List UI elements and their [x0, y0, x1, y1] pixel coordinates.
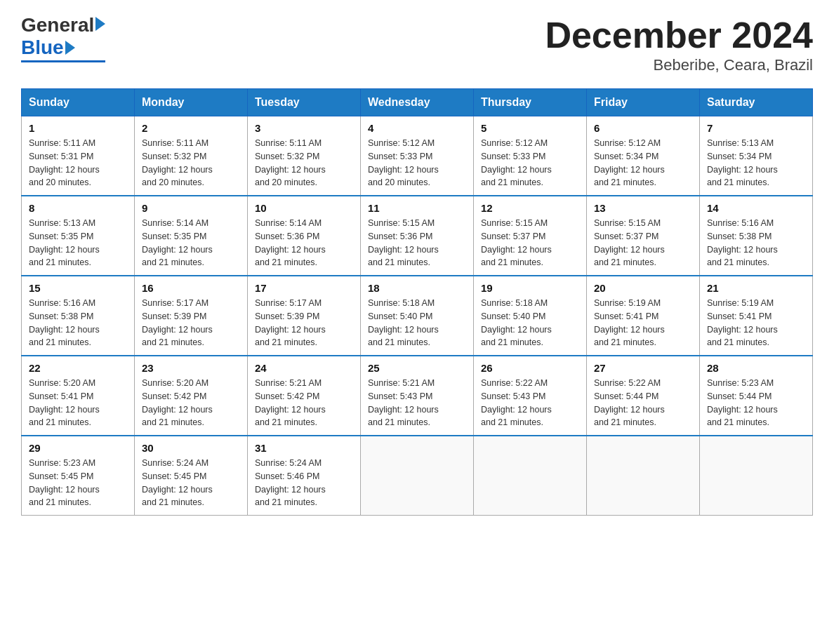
- day-number: 20: [594, 282, 692, 294]
- day-cell-17: 17Sunrise: 5:17 AMSunset: 5:39 PMDayligh…: [248, 276, 361, 356]
- week-row-4: 22Sunrise: 5:20 AMSunset: 5:41 PMDayligh…: [22, 356, 813, 436]
- day-info: Sunrise: 5:23 AMSunset: 5:44 PMDaylight:…: [707, 377, 805, 429]
- day-info: Sunrise: 5:19 AMSunset: 5:41 PMDaylight:…: [594, 297, 692, 349]
- logo-triangle2-icon: [65, 41, 75, 55]
- day-cell-23: 23Sunrise: 5:20 AMSunset: 5:42 PMDayligh…: [135, 356, 248, 436]
- day-cell-3: 3Sunrise: 5:11 AMSunset: 5:32 PMDaylight…: [248, 116, 361, 196]
- day-cell-31: 31Sunrise: 5:24 AMSunset: 5:46 PMDayligh…: [248, 436, 361, 516]
- logo-underline: [21, 60, 105, 62]
- day-cell-27: 27Sunrise: 5:22 AMSunset: 5:44 PMDayligh…: [587, 356, 700, 436]
- day-number: 28: [707, 362, 805, 374]
- day-info: Sunrise: 5:20 AMSunset: 5:41 PMDaylight:…: [29, 377, 127, 429]
- day-info: Sunrise: 5:15 AMSunset: 5:37 PMDaylight:…: [594, 217, 692, 269]
- day-info: Sunrise: 5:13 AMSunset: 5:35 PMDaylight:…: [29, 217, 127, 269]
- day-number: 16: [142, 282, 240, 294]
- day-cell-2: 2Sunrise: 5:11 AMSunset: 5:32 PMDaylight…: [135, 116, 248, 196]
- logo-general-text: General: [21, 14, 94, 36]
- day-info: Sunrise: 5:11 AMSunset: 5:31 PMDaylight:…: [29, 137, 127, 189]
- day-number: 10: [255, 202, 353, 214]
- week-row-2: 8Sunrise: 5:13 AMSunset: 5:35 PMDaylight…: [22, 196, 813, 276]
- day-info: Sunrise: 5:22 AMSunset: 5:43 PMDaylight:…: [481, 377, 579, 429]
- day-cell-24: 24Sunrise: 5:21 AMSunset: 5:42 PMDayligh…: [248, 356, 361, 436]
- day-cell-30: 30Sunrise: 5:24 AMSunset: 5:45 PMDayligh…: [135, 436, 248, 516]
- day-number: 24: [255, 362, 353, 374]
- column-header-wednesday: Wednesday: [361, 89, 474, 116]
- day-number: 4: [368, 122, 466, 134]
- day-info: Sunrise: 5:16 AMSunset: 5:38 PMDaylight:…: [29, 297, 127, 349]
- day-number: 30: [142, 442, 240, 454]
- day-cell-16: 16Sunrise: 5:17 AMSunset: 5:39 PMDayligh…: [135, 276, 248, 356]
- day-info: Sunrise: 5:18 AMSunset: 5:40 PMDaylight:…: [481, 297, 579, 349]
- month-title: December 2024: [545, 14, 813, 56]
- day-cell-1: 1Sunrise: 5:11 AMSunset: 5:31 PMDaylight…: [22, 116, 135, 196]
- day-number: 19: [481, 282, 579, 294]
- day-number: 5: [481, 122, 579, 134]
- week-row-5: 29Sunrise: 5:23 AMSunset: 5:45 PMDayligh…: [22, 436, 813, 516]
- day-cell-20: 20Sunrise: 5:19 AMSunset: 5:41 PMDayligh…: [587, 276, 700, 356]
- day-info: Sunrise: 5:24 AMSunset: 5:45 PMDaylight:…: [142, 457, 240, 509]
- day-info: Sunrise: 5:24 AMSunset: 5:46 PMDaylight:…: [255, 457, 353, 509]
- day-number: 6: [594, 122, 692, 134]
- day-info: Sunrise: 5:12 AMSunset: 5:33 PMDaylight:…: [481, 137, 579, 189]
- day-cell-18: 18Sunrise: 5:18 AMSunset: 5:40 PMDayligh…: [361, 276, 474, 356]
- logo-text: General: [21, 14, 105, 36]
- empty-cell: [700, 436, 813, 516]
- calendar-table: SundayMondayTuesdayWednesdayThursdayFrid…: [21, 88, 813, 516]
- column-header-sunday: Sunday: [22, 89, 135, 116]
- day-info: Sunrise: 5:20 AMSunset: 5:42 PMDaylight:…: [142, 377, 240, 429]
- day-cell-10: 10Sunrise: 5:14 AMSunset: 5:36 PMDayligh…: [248, 196, 361, 276]
- day-number: 26: [481, 362, 579, 374]
- day-cell-5: 5Sunrise: 5:12 AMSunset: 5:33 PMDaylight…: [474, 116, 587, 196]
- empty-cell: [361, 436, 474, 516]
- column-header-tuesday: Tuesday: [248, 89, 361, 116]
- day-number: 18: [368, 282, 466, 294]
- empty-cell: [587, 436, 700, 516]
- day-number: 21: [707, 282, 805, 294]
- day-info: Sunrise: 5:14 AMSunset: 5:36 PMDaylight:…: [255, 217, 353, 269]
- day-cell-13: 13Sunrise: 5:15 AMSunset: 5:37 PMDayligh…: [587, 196, 700, 276]
- day-number: 1: [29, 122, 127, 134]
- day-info: Sunrise: 5:18 AMSunset: 5:40 PMDaylight:…: [368, 297, 466, 349]
- day-number: 22: [29, 362, 127, 374]
- day-number: 8: [29, 202, 127, 214]
- day-number: 15: [29, 282, 127, 294]
- day-info: Sunrise: 5:12 AMSunset: 5:34 PMDaylight:…: [594, 137, 692, 189]
- day-number: 2: [142, 122, 240, 134]
- day-info: Sunrise: 5:21 AMSunset: 5:43 PMDaylight:…: [368, 377, 466, 429]
- day-info: Sunrise: 5:22 AMSunset: 5:44 PMDaylight:…: [594, 377, 692, 429]
- day-info: Sunrise: 5:23 AMSunset: 5:45 PMDaylight:…: [29, 457, 127, 509]
- day-number: 7: [707, 122, 805, 134]
- column-header-saturday: Saturday: [700, 89, 813, 116]
- day-number: 23: [142, 362, 240, 374]
- day-cell-15: 15Sunrise: 5:16 AMSunset: 5:38 PMDayligh…: [22, 276, 135, 356]
- week-row-1: 1Sunrise: 5:11 AMSunset: 5:31 PMDaylight…: [22, 116, 813, 196]
- day-info: Sunrise: 5:15 AMSunset: 5:37 PMDaylight:…: [481, 217, 579, 269]
- logo-triangle-icon: [95, 17, 105, 31]
- day-cell-4: 4Sunrise: 5:12 AMSunset: 5:33 PMDaylight…: [361, 116, 474, 196]
- day-info: Sunrise: 5:17 AMSunset: 5:39 PMDaylight:…: [142, 297, 240, 349]
- header-row: SundayMondayTuesdayWednesdayThursdayFrid…: [22, 89, 813, 116]
- day-cell-19: 19Sunrise: 5:18 AMSunset: 5:40 PMDayligh…: [474, 276, 587, 356]
- day-cell-26: 26Sunrise: 5:22 AMSunset: 5:43 PMDayligh…: [474, 356, 587, 436]
- day-cell-28: 28Sunrise: 5:23 AMSunset: 5:44 PMDayligh…: [700, 356, 813, 436]
- day-cell-21: 21Sunrise: 5:19 AMSunset: 5:41 PMDayligh…: [700, 276, 813, 356]
- day-number: 11: [368, 202, 466, 214]
- empty-cell: [474, 436, 587, 516]
- day-number: 12: [481, 202, 579, 214]
- day-number: 13: [594, 202, 692, 214]
- day-info: Sunrise: 5:19 AMSunset: 5:41 PMDaylight:…: [707, 297, 805, 349]
- day-cell-29: 29Sunrise: 5:23 AMSunset: 5:45 PMDayligh…: [22, 436, 135, 516]
- day-cell-6: 6Sunrise: 5:12 AMSunset: 5:34 PMDaylight…: [587, 116, 700, 196]
- day-number: 3: [255, 122, 353, 134]
- day-cell-25: 25Sunrise: 5:21 AMSunset: 5:43 PMDayligh…: [361, 356, 474, 436]
- day-info: Sunrise: 5:15 AMSunset: 5:36 PMDaylight:…: [368, 217, 466, 269]
- day-cell-9: 9Sunrise: 5:14 AMSunset: 5:35 PMDaylight…: [135, 196, 248, 276]
- column-header-thursday: Thursday: [474, 89, 587, 116]
- day-info: Sunrise: 5:16 AMSunset: 5:38 PMDaylight:…: [707, 217, 805, 269]
- day-number: 27: [594, 362, 692, 374]
- column-header-friday: Friday: [587, 89, 700, 116]
- day-info: Sunrise: 5:13 AMSunset: 5:34 PMDaylight:…: [707, 137, 805, 189]
- day-number: 9: [142, 202, 240, 214]
- week-row-3: 15Sunrise: 5:16 AMSunset: 5:38 PMDayligh…: [22, 276, 813, 356]
- logo: General Blue: [21, 14, 105, 62]
